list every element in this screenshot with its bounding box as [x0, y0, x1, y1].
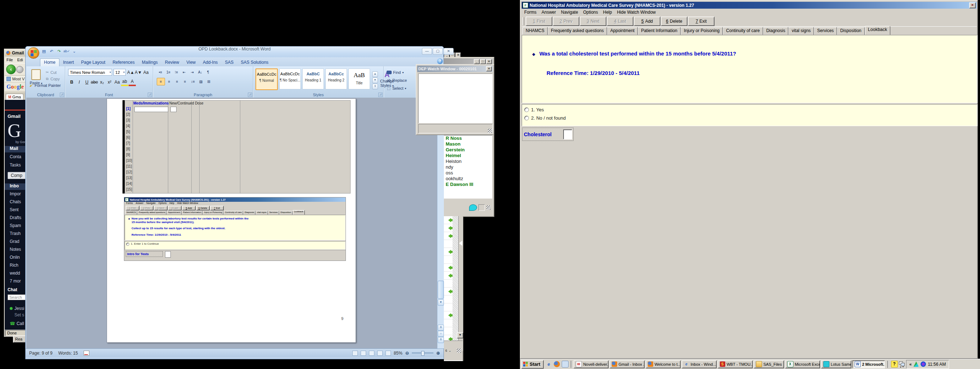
radio-icon[interactable]: [524, 107, 529, 112]
dep-client-area[interactable]: [418, 73, 493, 123]
office-button[interactable]: [28, 47, 39, 59]
tab-nhamcs[interactable]: NHAMCS: [522, 27, 548, 35]
line-spacing-button[interactable]: ↕≡: [189, 78, 197, 85]
style-heading-2[interactable]: AaBbCcHeading 2: [325, 68, 347, 89]
task-button-welcome-to-t[interactable]: Welcome to t...: [646, 360, 681, 368]
resize-grip[interactable]: [487, 205, 491, 210]
style-normal[interactable]: AaBbCcDc¶ Normal: [255, 68, 278, 90]
ribbon-tab-sas-solutions[interactable]: SAS Solutions: [237, 59, 272, 66]
ribbon-tab-review[interactable]: Review: [161, 59, 183, 66]
show-marks-button[interactable]: ¶: [204, 69, 212, 76]
toolbar-button-add[interactable]: 5Add: [634, 17, 660, 26]
replace-button[interactable]: abReplace: [387, 77, 407, 84]
collapse-chevrons-icon[interactable]: «: [909, 362, 912, 367]
style-title[interactable]: AaBTitle: [348, 68, 370, 89]
redo-icon[interactable]: ↷: [56, 48, 62, 54]
tab-appointment[interactable]: Appointment: [607, 27, 638, 35]
radio-icon[interactable]: [126, 243, 129, 246]
task-button-2-microsoft[interactable]: W2 Microsoft...▾: [853, 360, 885, 368]
zoom-slider-thumb[interactable]: [421, 351, 425, 356]
next-page-icon[interactable]: ≚: [438, 337, 444, 343]
scroll-thumb[interactable]: [438, 281, 444, 299]
grow-font-button[interactable]: A▲: [127, 69, 134, 76]
menu-item-options[interactable]: Options: [581, 10, 600, 15]
tab-vital-signs[interactable]: vital signs: [255, 211, 268, 215]
bullets-button[interactable]: •≡: [157, 69, 164, 76]
resize-grip[interactable]: [488, 129, 492, 133]
tab-services[interactable]: Services: [814, 27, 837, 35]
tab-patient-information[interactable]: Patient Information: [181, 211, 202, 215]
tab-frequently-asked-questions[interactable]: Frequently asked questions: [548, 27, 607, 35]
ribbon-tab-sas[interactable]: SAS: [221, 59, 237, 66]
copy-button[interactable]: ⧉Copy: [45, 76, 60, 82]
menu-item-forms[interactable]: Forms: [125, 202, 134, 205]
toolbar-button-delete[interactable]: 6Delete: [196, 206, 210, 210]
status-words[interactable]: Words: 15: [58, 351, 78, 356]
word-scrollbar[interactable]: ▲ ▼ ≙ ○ ≚: [437, 98, 444, 348]
word-titlebar[interactable]: ▤ ↶ ↷ ab✓ ⌄ OPD Lookback.docx - Microsof…: [25, 46, 444, 57]
shrink-font-button[interactable]: A▼: [135, 69, 142, 76]
web-layout-view-icon[interactable]: [369, 351, 374, 356]
toolbar-button-exit[interactable]: 7Exit: [688, 17, 714, 26]
tab-diagnosis[interactable]: Diagnosis: [763, 27, 789, 35]
tab-continuity-of-care[interactable]: Continuity of care: [223, 211, 243, 215]
menu-item-hide-watch-window[interactable]: Hide Watch Window: [176, 202, 199, 205]
multilevel-list-button[interactable]: ⁝≡: [173, 69, 180, 76]
subscript-button[interactable]: x₂: [99, 79, 105, 86]
select-button[interactable]: ⬚Select▾: [387, 85, 406, 92]
start-button[interactable]: Start: [521, 360, 544, 369]
align-center-button[interactable]: ≡: [165, 78, 173, 85]
ribbon-tab-add-ins[interactable]: Add-Ins: [199, 59, 221, 66]
tab-disposition[interactable]: Disposition: [279, 211, 293, 215]
tab-vital-signs[interactable]: vital signs: [788, 27, 814, 35]
tab-patient-information[interactable]: Patient Information: [638, 27, 681, 35]
increase-indent-button[interactable]: ⇥: [188, 69, 196, 76]
print-layout-view-icon[interactable]: [352, 351, 358, 356]
tab-lookback[interactable]: Lookback: [293, 210, 305, 215]
menu-item-hide-watch-window[interactable]: Hide Watch Window: [614, 10, 658, 15]
toolbar-button-delete[interactable]: 6Delete: [661, 17, 687, 26]
zoom-in-icon[interactable]: ⊕: [436, 351, 440, 356]
tab-lookback[interactable]: Lookback: [865, 26, 891, 35]
gallery-up-icon[interactable]: ▲: [372, 72, 378, 77]
tab-injury-or-poisoning[interactable]: Injury or Poisoning: [202, 211, 223, 215]
cholesterol-field-input[interactable]: [563, 129, 572, 140]
dialog-launcher-icon[interactable]: ◿: [378, 92, 383, 97]
superscript-button[interactable]: x²: [106, 79, 113, 86]
menu-item-help[interactable]: Help: [168, 202, 175, 205]
task-button-gmail-inbox[interactable]: Gmail - Inbox ...: [609, 360, 644, 368]
back-button[interactable]: ‹: [6, 65, 16, 74]
underline-button[interactable]: U: [83, 79, 91, 86]
dialog-launcher-icon[interactable]: ◿: [60, 92, 64, 97]
align-right-button[interactable]: ≡: [173, 78, 181, 85]
outline-view-icon[interactable]: [377, 351, 383, 356]
close-icon[interactable]: ✕: [486, 66, 492, 72]
tab-diagnosis[interactable]: Diagnosis: [243, 211, 255, 215]
help-icon[interactable]: ?: [437, 58, 443, 64]
answer-option-2-no-not-found[interactable]: 2. No / not found: [524, 115, 977, 121]
undo-icon[interactable]: ↶: [48, 48, 55, 54]
menu-item-options[interactable]: Options: [158, 202, 167, 205]
nhamcs-titlebar[interactable]: F National Hospital Ambulatory Medical C…: [522, 2, 977, 9]
most-visited-bookmark[interactable]: Most V: [12, 77, 24, 81]
menu-item-edi[interactable]: Edi: [16, 57, 25, 63]
restore-icon[interactable]: ▢: [433, 48, 443, 55]
format-painter-button[interactable]: 🖌︎Format Painter: [29, 82, 61, 88]
maximize-icon[interactable]: □: [480, 59, 486, 64]
close-icon[interactable]: ✕: [444, 48, 453, 55]
task-button-novell-deliver[interactable]: ✉Novell-deliver...: [574, 360, 609, 368]
clear-formatting-button[interactable]: Aa: [142, 69, 150, 76]
status-page[interactable]: Page: 9 of 9: [29, 351, 52, 356]
draft-view-icon[interactable]: [385, 351, 391, 356]
zoom-slider[interactable]: [412, 352, 433, 353]
menu-item-navigate[interactable]: Navigate: [145, 202, 157, 205]
ribbon-tab-home[interactable]: Home: [40, 58, 59, 66]
spellcheck-status-icon[interactable]: [84, 351, 89, 356]
align-left-button[interactable]: ≡: [157, 78, 165, 86]
menu-item-answer[interactable]: Answer: [134, 202, 145, 205]
minimize-icon[interactable]: —: [422, 48, 432, 55]
table-checkbox[interactable]: [170, 107, 177, 112]
strikethrough-button[interactable]: abe: [91, 79, 98, 86]
ribbon-tab-insert[interactable]: Insert: [59, 59, 78, 66]
menu-item-file[interactable]: File: [5, 57, 15, 63]
